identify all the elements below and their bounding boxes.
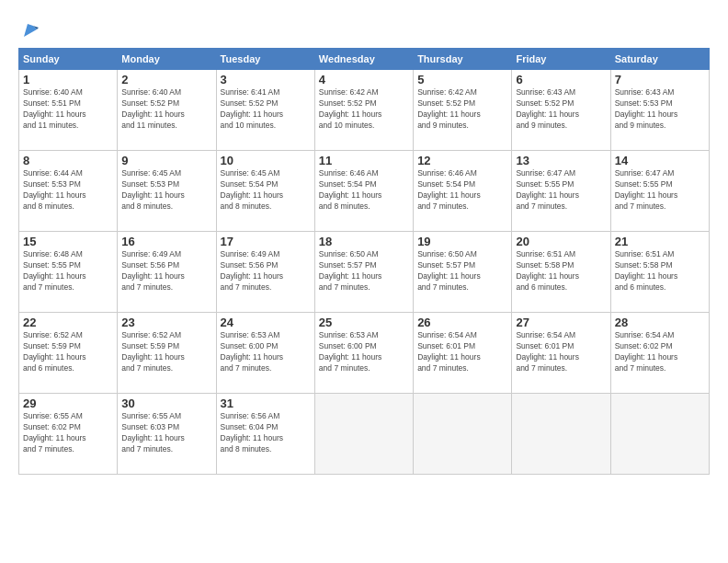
logo-icon	[20, 20, 40, 40]
day-info: Sunrise: 6:44 AMSunset: 5:53 PMDaylight:…	[23, 168, 113, 213]
table-row: 4Sunrise: 6:42 AMSunset: 5:52 PMDaylight…	[314, 70, 413, 151]
col-monday: Monday	[118, 49, 216, 70]
day-number: 15	[23, 235, 113, 248]
day-info: Sunrise: 6:46 AMSunset: 5:54 PMDaylight:…	[417, 168, 507, 213]
table-row: 24Sunrise: 6:53 AMSunset: 6:00 PMDayligh…	[216, 313, 314, 394]
day-info: Sunrise: 6:40 AMSunset: 5:52 PMDaylight:…	[121, 87, 211, 132]
day-number: 20	[516, 235, 606, 248]
day-info: Sunrise: 6:42 AMSunset: 5:52 PMDaylight:…	[417, 87, 507, 132]
day-number: 8	[23, 154, 113, 167]
header	[18, 17, 710, 40]
day-info: Sunrise: 6:43 AMSunset: 5:52 PMDaylight:…	[516, 87, 606, 132]
table-row: 2Sunrise: 6:40 AMSunset: 5:52 PMDaylight…	[118, 70, 216, 151]
day-number: 4	[319, 73, 409, 86]
day-number: 11	[319, 154, 409, 167]
day-number: 2	[121, 73, 211, 86]
table-row: 1Sunrise: 6:40 AMSunset: 5:51 PMDaylight…	[19, 70, 118, 151]
calendar-row: 15Sunrise: 6:48 AMSunset: 5:55 PMDayligh…	[19, 232, 710, 313]
day-number: 26	[417, 316, 507, 329]
day-number: 7	[615, 73, 705, 86]
day-info: Sunrise: 6:41 AMSunset: 5:52 PMDaylight:…	[221, 87, 311, 132]
day-number: 24	[221, 316, 311, 329]
day-number: 31	[221, 396, 311, 410]
col-wednesday: Wednesday	[314, 49, 413, 70]
calendar-row: 1Sunrise: 6:40 AMSunset: 5:51 PMDaylight…	[19, 70, 710, 151]
calendar-row: 22Sunrise: 6:52 AMSunset: 5:59 PMDayligh…	[19, 313, 710, 394]
day-info: Sunrise: 6:46 AMSunset: 5:54 PMDaylight:…	[319, 168, 409, 213]
table-row: 18Sunrise: 6:50 AMSunset: 5:57 PMDayligh…	[314, 232, 413, 313]
table-row: 3Sunrise: 6:41 AMSunset: 5:52 PMDaylight…	[216, 70, 314, 151]
day-info: Sunrise: 6:47 AMSunset: 5:55 PMDaylight:…	[615, 168, 705, 213]
day-info: Sunrise: 6:45 AMSunset: 5:54 PMDaylight:…	[221, 168, 311, 213]
day-info: Sunrise: 6:52 AMSunset: 5:59 PMDaylight:…	[121, 330, 211, 374]
day-info: Sunrise: 6:43 AMSunset: 5:53 PMDaylight:…	[615, 87, 705, 132]
day-number: 9	[121, 154, 211, 167]
day-number: 14	[615, 154, 705, 167]
day-number: 10	[221, 154, 311, 167]
table-row: 28Sunrise: 6:54 AMSunset: 6:02 PMDayligh…	[610, 313, 709, 394]
day-info: Sunrise: 6:54 AMSunset: 6:01 PMDaylight:…	[417, 330, 507, 374]
day-number: 29	[23, 396, 113, 410]
day-info: Sunrise: 6:55 AMSunset: 6:03 PMDaylight:…	[121, 411, 211, 455]
col-thursday: Thursday	[414, 49, 512, 70]
day-info: Sunrise: 6:49 AMSunset: 5:56 PMDaylight:…	[221, 249, 311, 293]
table-row: 29Sunrise: 6:55 AMSunset: 6:02 PMDayligh…	[19, 394, 118, 475]
table-row: 15Sunrise: 6:48 AMSunset: 5:55 PMDayligh…	[19, 232, 118, 313]
table-row: 16Sunrise: 6:49 AMSunset: 5:56 PMDayligh…	[118, 232, 216, 313]
day-info: Sunrise: 6:53 AMSunset: 6:00 PMDaylight:…	[319, 330, 409, 374]
day-info: Sunrise: 6:51 AMSunset: 5:58 PMDaylight:…	[615, 249, 705, 293]
table-row: 20Sunrise: 6:51 AMSunset: 5:58 PMDayligh…	[512, 232, 610, 313]
day-info: Sunrise: 6:49 AMSunset: 5:56 PMDaylight:…	[121, 249, 211, 293]
day-info: Sunrise: 6:45 AMSunset: 5:53 PMDaylight:…	[121, 168, 211, 213]
page: Sunday Monday Tuesday Wednesday Thursday…	[0, 0, 728, 563]
table-row: 14Sunrise: 6:47 AMSunset: 5:55 PMDayligh…	[610, 151, 709, 232]
day-info: Sunrise: 6:54 AMSunset: 6:02 PMDaylight:…	[615, 330, 705, 374]
day-info: Sunrise: 6:50 AMSunset: 5:57 PMDaylight:…	[319, 249, 409, 293]
day-number: 25	[319, 316, 409, 329]
day-info: Sunrise: 6:42 AMSunset: 5:52 PMDaylight:…	[319, 87, 409, 132]
day-number: 19	[417, 235, 507, 248]
calendar-row: 8Sunrise: 6:44 AMSunset: 5:53 PMDaylight…	[19, 151, 710, 232]
table-row: 13Sunrise: 6:47 AMSunset: 5:55 PMDayligh…	[512, 151, 610, 232]
day-number: 5	[417, 73, 507, 86]
day-info: Sunrise: 6:52 AMSunset: 5:59 PMDaylight:…	[23, 330, 113, 374]
svg-marker-0	[24, 24, 37, 37]
table-row	[414, 394, 512, 475]
table-row: 11Sunrise: 6:46 AMSunset: 5:54 PMDayligh…	[314, 151, 413, 232]
table-row: 23Sunrise: 6:52 AMSunset: 5:59 PMDayligh…	[118, 313, 216, 394]
day-info: Sunrise: 6:40 AMSunset: 5:51 PMDaylight:…	[23, 87, 113, 132]
day-info: Sunrise: 6:51 AMSunset: 5:58 PMDaylight:…	[516, 249, 606, 293]
day-number: 1	[23, 73, 113, 86]
table-row: 26Sunrise: 6:54 AMSunset: 6:01 PMDayligh…	[414, 313, 512, 394]
col-friday: Friday	[512, 49, 610, 70]
col-sunday: Sunday	[19, 49, 118, 70]
table-row: 31Sunrise: 6:56 AMSunset: 6:04 PMDayligh…	[216, 394, 314, 475]
table-row: 22Sunrise: 6:52 AMSunset: 5:59 PMDayligh…	[19, 313, 118, 394]
day-number: 22	[23, 316, 113, 329]
table-row: 6Sunrise: 6:43 AMSunset: 5:52 PMDaylight…	[512, 70, 610, 151]
table-row: 30Sunrise: 6:55 AMSunset: 6:03 PMDayligh…	[118, 394, 216, 475]
col-tuesday: Tuesday	[216, 49, 314, 70]
logo	[18, 20, 40, 40]
day-number: 3	[221, 73, 311, 86]
table-row: 12Sunrise: 6:46 AMSunset: 5:54 PMDayligh…	[414, 151, 512, 232]
day-number: 13	[516, 154, 606, 167]
day-info: Sunrise: 6:54 AMSunset: 6:01 PMDaylight:…	[516, 330, 606, 374]
day-info: Sunrise: 6:48 AMSunset: 5:55 PMDaylight:…	[23, 249, 113, 293]
day-number: 28	[615, 316, 705, 329]
table-row: 21Sunrise: 6:51 AMSunset: 5:58 PMDayligh…	[610, 232, 709, 313]
day-info: Sunrise: 6:55 AMSunset: 6:02 PMDaylight:…	[23, 411, 113, 455]
day-info: Sunrise: 6:53 AMSunset: 6:00 PMDaylight:…	[221, 330, 311, 374]
day-number: 16	[121, 235, 211, 248]
table-row: 10Sunrise: 6:45 AMSunset: 5:54 PMDayligh…	[216, 151, 314, 232]
calendar-table: Sunday Monday Tuesday Wednesday Thursday…	[18, 48, 710, 475]
table-row: 17Sunrise: 6:49 AMSunset: 5:56 PMDayligh…	[216, 232, 314, 313]
day-number: 30	[121, 396, 211, 410]
table-row: 5Sunrise: 6:42 AMSunset: 5:52 PMDaylight…	[414, 70, 512, 151]
calendar-row: 29Sunrise: 6:55 AMSunset: 6:02 PMDayligh…	[19, 394, 710, 475]
table-row: 7Sunrise: 6:43 AMSunset: 5:53 PMDaylight…	[610, 70, 709, 151]
day-number: 27	[516, 316, 606, 329]
day-info: Sunrise: 6:50 AMSunset: 5:57 PMDaylight:…	[417, 249, 507, 293]
table-row	[610, 394, 709, 475]
table-row: 25Sunrise: 6:53 AMSunset: 6:00 PMDayligh…	[314, 313, 413, 394]
